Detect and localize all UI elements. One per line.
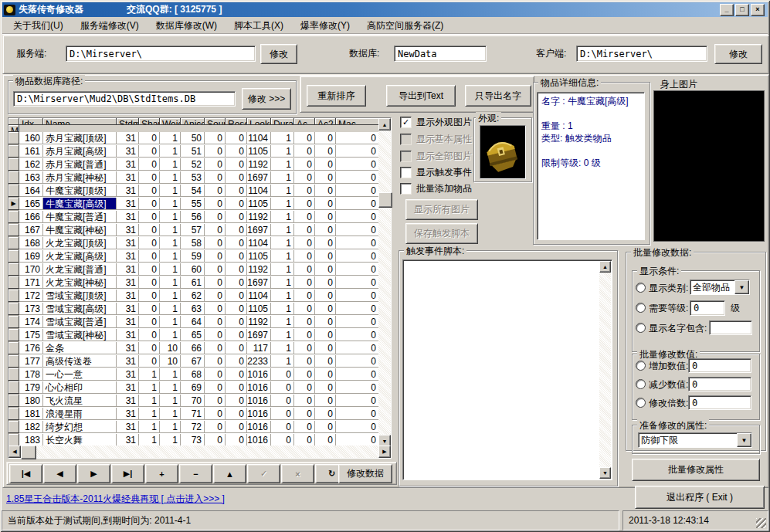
table-row[interactable]: 163赤月宝藏[神秘]3101530016971000 — [8, 171, 379, 185]
table-horizontal-scrollbar[interactable]: ◀ ▶ — [8, 446, 391, 458]
item-value-cell[interactable]: 70 — [181, 395, 205, 407]
item-value-cell[interactable]: 0 — [294, 211, 315, 223]
item-value-cell[interactable]: 0 — [226, 303, 247, 315]
item-value-cell[interactable]: 0 — [139, 329, 160, 341]
item-value-cell[interactable]: 0 — [139, 198, 160, 210]
item-value-cell[interactable]: 1 — [271, 342, 294, 354]
item-value-cell[interactable]: 0 — [205, 263, 226, 276]
item-value-cell[interactable]: 0 — [315, 263, 336, 276]
item-value-cell[interactable]: 31 — [117, 329, 139, 341]
item-value-cell[interactable]: 1 — [271, 158, 294, 171]
item-value-cell[interactable]: 0 — [205, 132, 226, 144]
table-row[interactable]: 167牛魔宝藏[神秘]3101570016971000 — [8, 224, 379, 237]
item-value-cell[interactable]: 0 — [139, 303, 160, 315]
item-value-cell[interactable]: 64 — [181, 316, 205, 328]
item-value-cell[interactable]: 2233 — [247, 355, 271, 368]
table-row[interactable]: 168火龙宝藏[顶级]3101580011041000 — [8, 237, 379, 250]
category-radio[interactable] — [636, 283, 646, 293]
item-value-cell[interactable]: 164 — [19, 185, 43, 197]
item-value-cell[interactable]: 177 — [19, 355, 43, 368]
item-value-cell[interactable]: 0 — [139, 316, 160, 328]
item-value-cell[interactable]: 0 — [294, 290, 315, 302]
item-value-cell[interactable]: 31 — [117, 185, 139, 197]
item-value-cell[interactable]: 160 — [19, 132, 43, 144]
level-input[interactable]: 0 — [690, 300, 725, 316]
item-value-cell[interactable]: 1016 — [247, 421, 271, 433]
database-input[interactable]: NewData — [394, 46, 487, 62]
item-value-cell[interactable]: 0 — [315, 290, 336, 302]
item-value-cell[interactable]: 0 — [271, 368, 294, 381]
save-trigger-script-button[interactable]: 保存触发脚本 — [405, 223, 478, 244]
item-value-cell[interactable]: 178 — [19, 368, 43, 381]
item-value-cell[interactable]: 0 — [294, 434, 315, 446]
item-value-cell[interactable]: 0 — [205, 237, 226, 249]
item-value-cell[interactable]: 1 — [160, 145, 181, 158]
item-value-cell[interactable]: 0 — [205, 395, 226, 407]
item-value-cell[interactable]: 176 — [19, 342, 43, 354]
column-header-weigh[interactable]: Weigh — [160, 118, 181, 125]
column-header-mac[interactable]: Mac — [336, 118, 379, 125]
horizontal-scroll-thumb[interactable] — [21, 446, 36, 459]
item-value-cell[interactable]: 0 — [271, 408, 294, 420]
item-value-cell[interactable]: 0 — [205, 316, 226, 328]
mul-value-input[interactable]: 0 — [688, 395, 751, 410]
item-value-cell[interactable]: 62 — [181, 290, 205, 302]
item-value-cell[interactable]: 0 — [315, 237, 336, 249]
item-value-cell[interactable]: 0 — [315, 434, 336, 446]
batch-apply-button[interactable]: 批量修改属性 — [632, 459, 760, 481]
item-value-cell[interactable]: 0 — [315, 342, 336, 354]
server-modify-button[interactable]: 修改 — [260, 44, 297, 64]
item-value-cell[interactable]: 0 — [205, 434, 226, 446]
item-value-cell[interactable]: 0 — [205, 342, 226, 354]
item-name-cell[interactable]: 雪域宝藏[顶级] — [43, 290, 117, 302]
item-value-cell[interactable]: 0 — [336, 171, 379, 184]
item-value-cell[interactable]: 1 — [160, 421, 181, 433]
item-value-cell[interactable]: 0 — [205, 290, 226, 302]
item-value-cell[interactable]: 0 — [226, 290, 247, 302]
table-row[interactable]: 170火龙宝藏[普通]3101600011921000 — [8, 263, 379, 276]
name-contains-input[interactable] — [709, 320, 752, 335]
item-value-cell[interactable]: 1 — [271, 250, 294, 263]
promo-link[interactable]: 1.85星王合击版本-2011火爆经典再现 [ 点击进入>>> ] — [6, 493, 225, 506]
item-value-cell[interactable]: 58 — [181, 237, 205, 249]
item-value-cell[interactable]: 1016 — [247, 395, 271, 407]
item-value-cell[interactable]: 0 — [226, 132, 247, 144]
item-value-cell[interactable]: 1 — [271, 237, 294, 249]
item-value-cell[interactable]: 0 — [336, 198, 379, 210]
item-value-cell[interactable]: 0 — [336, 421, 379, 433]
item-value-cell[interactable]: 63 — [181, 303, 205, 315]
item-value-cell[interactable]: 1192 — [247, 263, 271, 276]
item-value-cell[interactable]: 10 — [160, 342, 181, 354]
item-value-cell[interactable]: 59 — [181, 250, 205, 263]
item-value-cell[interactable]: 0 — [315, 250, 336, 263]
item-value-cell[interactable]: 1105 — [247, 145, 271, 158]
exit-button[interactable]: 退出程序 ( Exit ) — [635, 486, 765, 509]
item-name-cell[interactable]: 长空火舞 — [43, 434, 117, 446]
item-value-cell[interactable]: 1 — [160, 158, 181, 171]
item-value-cell[interactable]: 0 — [226, 224, 247, 236]
item-value-cell[interactable]: 0 — [315, 421, 336, 433]
item-value-cell[interactable]: 1 — [271, 316, 294, 328]
column-header-ma[interactable]: Ma — [8, 125, 19, 132]
table-row[interactable]: 175雪域宝藏[神秘]3101650016971000 — [8, 329, 379, 342]
item-name-cell[interactable]: 赤月宝藏[普通] — [43, 158, 117, 171]
item-value-cell[interactable]: 1 — [271, 171, 294, 184]
item-value-cell[interactable]: 1016 — [247, 434, 271, 446]
item-name-cell[interactable]: 赤月宝藏[高级] — [43, 145, 117, 158]
item-value-cell[interactable]: 0 — [294, 355, 315, 368]
table-row[interactable]: 169火龙宝藏[高级]3101590011051000 — [8, 250, 379, 263]
item-value-cell[interactable]: 31 — [117, 395, 139, 407]
item-name-cell[interactable]: 绮梦幻想 — [43, 421, 117, 433]
minimize-button[interactable]: _ — [720, 4, 734, 16]
show-all-images-button[interactable]: 显示所有图片 — [405, 199, 478, 220]
category-select[interactable]: 全部物品 ▼ — [690, 280, 750, 295]
item-value-cell[interactable]: 0 — [226, 185, 247, 197]
item-value-cell[interactable]: 0 — [271, 434, 294, 446]
menu-item-5[interactable]: 爆率修改(Y) — [294, 18, 361, 34]
item-name-cell[interactable]: 火龙宝藏[神秘] — [43, 276, 117, 289]
item-value-cell[interactable]: 0 — [294, 132, 315, 144]
item-value-cell[interactable]: 0 — [205, 329, 226, 341]
item-value-cell[interactable]: 0 — [336, 224, 379, 236]
item-value-cell[interactable]: 0 — [294, 145, 315, 158]
item-value-cell[interactable]: 0 — [336, 132, 379, 144]
